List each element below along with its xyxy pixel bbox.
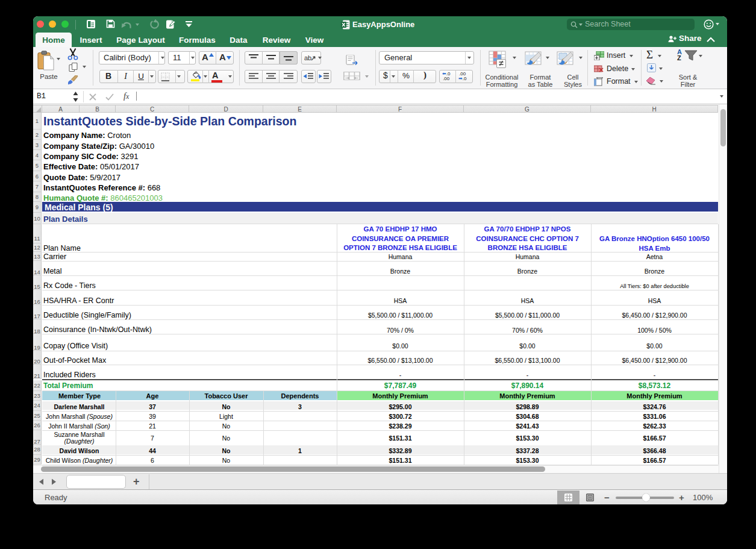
svg-text:ab: ab [304, 54, 311, 61]
